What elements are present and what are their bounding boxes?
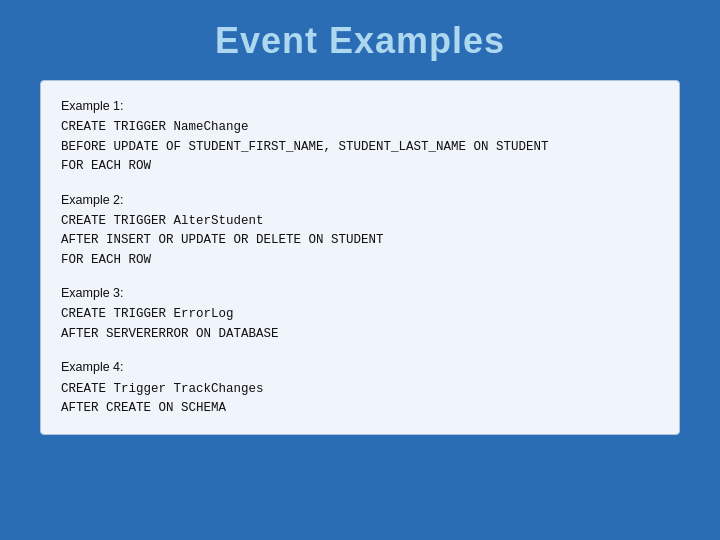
page-title: Event Examples <box>215 20 505 62</box>
example-3: Example 3: CREATE TRIGGER ErrorLog AFTER… <box>61 284 659 344</box>
example-2: Example 2: CREATE TRIGGER AlterStudent A… <box>61 191 659 271</box>
example-3-label: Example 3: <box>61 284 659 303</box>
example-3-code: CREATE TRIGGER ErrorLog AFTER SERVERERRO… <box>61 305 659 344</box>
example-2-code: CREATE TRIGGER AlterStudent AFTER INSERT… <box>61 212 659 270</box>
example-4-label: Example 4: <box>61 358 659 377</box>
example-1-code: CREATE TRIGGER NameChange BEFORE UPDATE … <box>61 118 659 176</box>
example-1-label: Example 1: <box>61 97 659 116</box>
code-examples-box: Example 1: CREATE TRIGGER NameChange BEF… <box>40 80 680 435</box>
example-1: Example 1: CREATE TRIGGER NameChange BEF… <box>61 97 659 177</box>
example-4: Example 4: CREATE Trigger TrackChanges A… <box>61 358 659 418</box>
example-2-label: Example 2: <box>61 191 659 210</box>
example-4-code: CREATE Trigger TrackChanges AFTER CREATE… <box>61 380 659 419</box>
